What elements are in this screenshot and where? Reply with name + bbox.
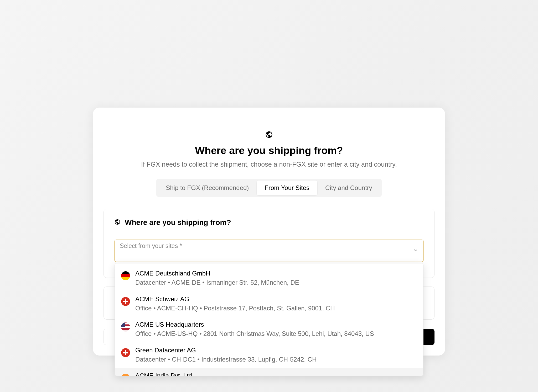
- site-option[interactable]: ACME India Pvt. Ltd.Office • ACME-IN-HQ …: [115, 368, 423, 376]
- option-details: Datacenter • ACME-DE • Ismaninger Str. 5…: [135, 278, 417, 287]
- option-name: Green Datacenter AG: [135, 347, 417, 354]
- option-details: Office • ACME-CH-HQ • Poststrasse 17, Po…: [135, 304, 417, 313]
- page-title: Where are you shipping from?: [104, 145, 434, 156]
- site-option[interactable]: ACME Deutschland GmbHDatacenter • ACME-D…: [115, 266, 423, 291]
- option-name: ACME India Pvt. Ltd.: [135, 372, 417, 376]
- origin-tab-group: Ship to FGX (Recommended) From Your Site…: [156, 179, 382, 197]
- site-option[interactable]: ACME Schweiz AGOffice • ACME-CH-HQ • Pos…: [115, 291, 423, 317]
- tab-from-your-sites[interactable]: From Your Sites: [257, 181, 317, 195]
- globe-icon: [265, 131, 273, 140]
- panel-header: Where are you shipping from?: [114, 218, 424, 232]
- flag-icon-de: [121, 271, 130, 280]
- option-content: Green Datacenter AGDatacenter • CH-DC1 •…: [135, 347, 417, 364]
- option-name: ACME Schweiz AG: [135, 295, 417, 303]
- panel-title: Where are you shipping from?: [125, 218, 231, 227]
- flag-icon-ch: [121, 348, 130, 357]
- site-select-input[interactable]: [120, 251, 418, 258]
- globe-icon: [114, 219, 121, 226]
- select-label: Select from your sites *: [120, 242, 418, 250]
- option-content: ACME Schweiz AGOffice • ACME-CH-HQ • Pos…: [135, 295, 417, 313]
- option-name: ACME Deutschland GmbH: [135, 270, 417, 277]
- option-details: Datacenter • CH-DC1 • Industriestrasse 3…: [135, 355, 417, 364]
- site-option[interactable]: Green Datacenter AGDatacenter • CH-DC1 •…: [115, 342, 423, 368]
- option-content: ACME US HeadquartersOffice • ACME-US-HQ …: [135, 321, 417, 338]
- flag-icon-ch: [121, 297, 130, 306]
- site-dropdown-list[interactable]: ACME Deutschland GmbHDatacenter • ACME-D…: [115, 263, 423, 376]
- chevron-down-icon: [413, 248, 418, 254]
- flag-icon-us: [121, 322, 130, 331]
- option-content: ACME India Pvt. Ltd.Office • ACME-IN-HQ …: [135, 372, 417, 376]
- modal-header: Where are you shipping from? If FGX need…: [104, 131, 434, 197]
- site-option[interactable]: ACME US HeadquartersOffice • ACME-US-HQ …: [115, 317, 423, 342]
- site-select-field[interactable]: Select from your sites * ACME Deutschlan…: [114, 240, 424, 262]
- tab-city-and-country[interactable]: City and Country: [317, 181, 380, 195]
- option-content: ACME Deutschland GmbHDatacenter • ACME-D…: [135, 270, 417, 287]
- option-details: Office • ACME-US-HQ • 2801 North Christm…: [135, 329, 417, 338]
- shipping-modal: Where are you shipping from? If FGX need…: [93, 108, 445, 356]
- page-subtitle: If FGX needs to collect the shipment, ch…: [104, 161, 434, 168]
- flag-icon-in: [121, 374, 130, 376]
- shipping-from-panel: Where are you shipping from? Select from…: [104, 209, 434, 278]
- tab-ship-to-fgx[interactable]: Ship to FGX (Recommended): [158, 181, 257, 195]
- option-name: ACME US Headquarters: [135, 321, 417, 328]
